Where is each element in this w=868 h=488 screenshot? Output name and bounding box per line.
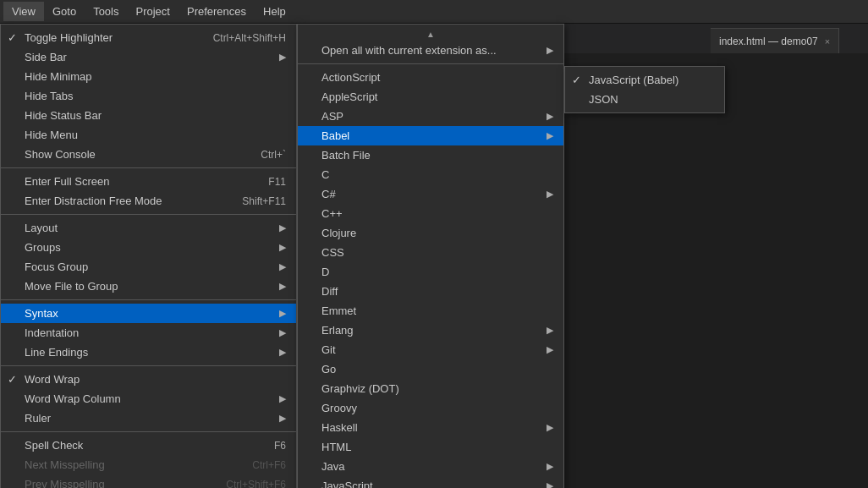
submenu-arrow-icon: ▶: [538, 325, 553, 336]
menubar-item-view[interactable]: View: [3, 2, 44, 21]
menu-item-erlang-top[interactable]: Erlang▶: [298, 321, 563, 340]
menu-item-d-top[interactable]: D: [298, 262, 563, 282]
menu-item-label: Ruler: [25, 412, 51, 425]
menu-item-haskell-top[interactable]: Haskell▶: [298, 418, 563, 437]
menu-item-batch-file-top[interactable]: Batch File: [298, 145, 563, 165]
menu-item-side-bar[interactable]: Side Bar▶: [1, 47, 296, 67]
menu-item-hide-menu[interactable]: Hide Menu: [1, 125, 296, 145]
menu-item-label: D: [321, 266, 329, 278]
menu-item-word-wrap-column[interactable]: Word Wrap Column▶: [1, 389, 296, 408]
menu-item-diff-top[interactable]: Diff: [298, 282, 563, 301]
menu-item-indentation[interactable]: Indentation▶: [1, 323, 296, 343]
menu-item-label: Clojure: [321, 227, 356, 239]
menu-item-open-all[interactable]: Open all with current extension as...▶: [298, 41, 563, 60]
menu-item-move-file-to-group[interactable]: Move File to Group▶: [1, 277, 296, 296]
menu-item-syntax[interactable]: Syntax▶: [1, 304, 296, 323]
menu-item-label: Diff: [321, 285, 338, 298]
menu-item-label: Hide Status Bar: [25, 109, 102, 122]
menu-item-focus-group[interactable]: Focus Group▶: [1, 257, 296, 277]
menu-item-label: Toggle Highlighter: [25, 31, 113, 44]
submenu-arrow-icon: ▶: [271, 327, 286, 338]
tab-index-html[interactable]: index.html — demo07 ×: [711, 28, 839, 53]
menu-item-label: Word Wrap: [25, 373, 80, 386]
submenu-arrow-icon: ▶: [271, 308, 286, 319]
scroll-up-arrow[interactable]: ▲: [298, 28, 563, 41]
menu-item-go-top[interactable]: Go: [298, 359, 563, 379]
menu-item-cpp-top[interactable]: C++: [298, 204, 563, 223]
menu-separator: [1, 431, 296, 432]
menu-item-label: Batch File: [321, 149, 371, 162]
menu-item-spell-check[interactable]: Spell CheckF6: [1, 436, 296, 455]
menu-item-java-top[interactable]: Java▶: [298, 457, 563, 476]
menu-separator: [1, 214, 296, 215]
submenu-arrow-icon: ▶: [271, 242, 286, 253]
menu-item-layout[interactable]: Layout▶: [1, 218, 296, 238]
menubar-item-project[interactable]: Project: [128, 2, 179, 21]
menu-item-word-wrap[interactable]: ✓Word Wrap: [1, 370, 296, 389]
menu-item-ruler[interactable]: Ruler▶: [1, 408, 296, 428]
menu-item-next-misspelling[interactable]: Next MisspellingCtrl+F6: [1, 455, 296, 474]
tab-title: index.html — demo07: [719, 36, 818, 47]
menu-item-graphviz-top[interactable]: Graphviz (DOT): [298, 379, 563, 398]
menu-separator: [1, 365, 296, 366]
menu-item-shortcut: F6: [257, 440, 286, 452]
menu-item-label: ActionScript: [321, 71, 380, 84]
menu-item-label: HTML: [321, 441, 351, 453]
menu-item-c-top[interactable]: C: [298, 165, 563, 184]
menubar-item-help[interactable]: Help: [255, 2, 294, 21]
menu-item-label: Erlang: [321, 324, 354, 337]
menu-item-css-top[interactable]: CSS: [298, 243, 563, 262]
menu-item-label: C: [321, 168, 329, 181]
menu-item-label: Open all with current extension as...: [321, 44, 497, 57]
menu-item-label: Focus Group: [25, 260, 88, 273]
menu-item-label: Go: [321, 363, 336, 376]
menu-item-babel-top[interactable]: Babel▶: [298, 126, 563, 145]
menu-item-distraction-free[interactable]: Enter Distraction Free ModeShift+F11: [1, 191, 296, 211]
menu-item-show-console[interactable]: Show ConsoleCtrl+`: [1, 145, 296, 164]
submenu-arrow-icon: ▶: [538, 130, 553, 141]
submenu-arrow-icon: ▶: [271, 413, 286, 424]
menu-item-groups[interactable]: Groups▶: [1, 238, 296, 257]
menubar-item-goto[interactable]: Goto: [44, 2, 85, 21]
menu-item-groovy-top[interactable]: Groovy: [298, 398, 563, 418]
menu-item-emmet-top[interactable]: Emmet: [298, 301, 563, 321]
menu-item-toggle-highlighter[interactable]: ✓Toggle HighlighterCtrl+Alt+Shift+H: [1, 28, 296, 47]
menu-item-label: JavaScript: [321, 480, 373, 488]
menu-item-shortcut: Ctrl+F6: [235, 459, 286, 471]
menubar-item-preferences[interactable]: Preferences: [179, 2, 255, 21]
menu-item-label: Emmet: [321, 304, 356, 317]
menu-item-html-top[interactable]: HTML: [298, 437, 563, 457]
menu-item-hide-tabs[interactable]: Hide Tabs: [1, 86, 296, 106]
menubar-item-tools[interactable]: Tools: [85, 2, 127, 21]
menu-item-enter-full-screen[interactable]: Enter Full ScreenF11: [1, 172, 296, 191]
menu-item-hide-minimap[interactable]: Hide Minimap: [1, 67, 296, 86]
tab-close-button[interactable]: ×: [825, 36, 830, 47]
menu-item-clojure-top[interactable]: Clojure: [298, 223, 563, 243]
submenu-arrow-icon: ▶: [271, 222, 286, 233]
menu-item-asp-top[interactable]: ASP▶: [298, 107, 563, 126]
submenu-arrow-icon: ▶: [538, 189, 553, 200]
check-icon: ✓: [572, 74, 581, 86]
menu-item-javascript-top[interactable]: JavaScript▶: [298, 476, 563, 488]
menu-item-json[interactable]: JSON: [565, 90, 724, 109]
menu-item-hide-status-bar[interactable]: Hide Status Bar: [1, 106, 296, 125]
menu-item-label: Java: [321, 460, 344, 473]
menu-item-csharp-top[interactable]: C#▶: [298, 184, 563, 204]
babel-submenu: ✓JavaScript (Babel)JSON: [564, 66, 725, 113]
menu-item-label: JavaScript (Babel): [589, 74, 678, 86]
menu-item-label: Hide Menu: [25, 129, 78, 141]
menu-item-js-babel[interactable]: ✓JavaScript (Babel): [565, 70, 724, 90]
menu-item-label: Babel: [321, 129, 349, 142]
menu-separator: [1, 167, 296, 168]
menu-item-label: Groovy: [321, 402, 357, 414]
menu-item-applescript-top[interactable]: AppleScript: [298, 87, 563, 107]
menu-item-line-endings[interactable]: Line Endings▶: [1, 343, 296, 362]
menu-item-label: Line Endings: [25, 346, 88, 359]
menubar: View Goto Tools Project Preferences Help: [0, 0, 868, 24]
menu-item-shortcut: Ctrl+Shift+F6: [209, 479, 286, 489]
menu-item-label: Spell Check: [25, 439, 83, 452]
menu-item-git-top[interactable]: Git▶: [298, 340, 563, 359]
menu-item-label: Haskell: [321, 421, 358, 434]
menu-item-actionscript-top[interactable]: ActionScript: [298, 68, 563, 87]
menu-item-prev-misspelling[interactable]: Prev MisspellingCtrl+Shift+F6: [1, 474, 296, 488]
